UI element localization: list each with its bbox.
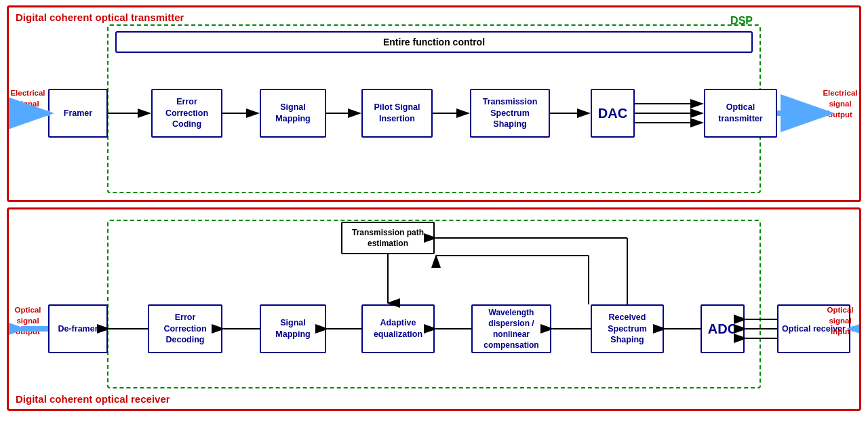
receiver-title: Digital coherent optical receiver bbox=[16, 393, 170, 405]
opt-tx-block: Optical transmitter bbox=[704, 89, 777, 138]
function-control-tx: Entire function control bbox=[115, 31, 753, 53]
transmitter-outer: Digital coherent optical transmitter DSP… bbox=[7, 5, 861, 202]
opt-sig-input-label: Optical signal input bbox=[823, 304, 858, 337]
eccd-block: Error Correction Decoding bbox=[148, 304, 222, 353]
opt-sig-output-label: Optical signal output bbox=[10, 304, 45, 337]
tpe-block: Transmission path estimation bbox=[341, 222, 435, 254]
elec-sig-output-label: Electrical signal output bbox=[823, 87, 858, 120]
framer-block: Framer bbox=[48, 89, 108, 138]
adc-block: ADC bbox=[701, 304, 745, 353]
elec-sig-input-label: Electrical signal input bbox=[10, 87, 45, 120]
dac-block: DAC bbox=[591, 89, 635, 138]
dsp-label-tx: DSP bbox=[730, 15, 753, 27]
transmitter-title: Digital coherent optical transmitter bbox=[16, 12, 184, 23]
diagram: Digital coherent optical transmitter DSP… bbox=[7, 5, 861, 411]
pilot-block: Pilot Signal Insertion bbox=[361, 89, 433, 138]
rss-block: Received Spectrum Shaping bbox=[591, 304, 664, 353]
receiver-outer: Digital coherent optical receiver Transm… bbox=[7, 207, 861, 411]
deframer-block: De-framer bbox=[48, 304, 108, 353]
signal-mapping-tx: Signal Mapping bbox=[260, 89, 326, 138]
ecc-block: Error Correction Coding bbox=[151, 89, 222, 138]
adaptive-eq-block: Adaptive equalization bbox=[361, 304, 435, 353]
wdnc-block: Wavelength dispersion / nonlinear compen… bbox=[471, 304, 551, 353]
signal-mapping-rx: Signal Mapping bbox=[260, 304, 326, 353]
tss-block: Transmission Spectrum Shaping bbox=[470, 89, 550, 138]
